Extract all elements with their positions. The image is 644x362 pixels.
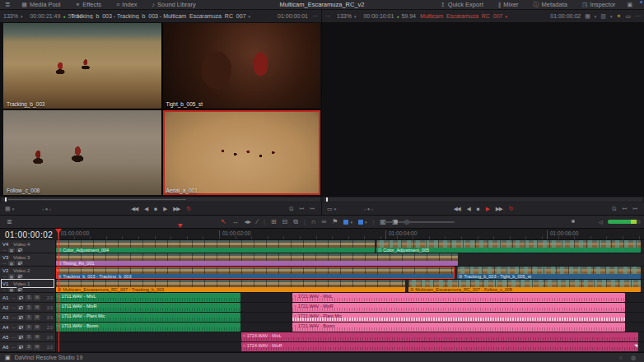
- track-lock-button[interactable]: [16, 287, 23, 292]
- go-to-start-button[interactable]: ◀◀: [454, 206, 460, 212]
- insert-clip-button[interactable]: ⊞: [271, 218, 277, 225]
- program-video-frame[interactable]: [324, 23, 642, 195]
- track-lock-button[interactable]: [17, 305, 24, 310]
- play-button[interactable]: ▶: [486, 206, 489, 212]
- audio-clip[interactable]: ≈1724.WAV - MixL: [241, 332, 638, 341]
- viewer-expand-icon[interactable]: ▭: [625, 13, 631, 20]
- timeline-zoom-slider[interactable]: [384, 221, 455, 223]
- match-frame-icon[interactable]: ⧉: [289, 206, 293, 212]
- timeline-scrub-playhead[interactable]: [326, 197, 328, 202]
- audio-clip[interactable]: ≈1711.WAV - MixL: [56, 293, 240, 302]
- track-lock-button[interactable]: [17, 315, 24, 320]
- clip[interactable]: ⊞Multicam_Escaramuza_RC_007 - Follow_c_0…: [408, 280, 641, 292]
- track-mute-button[interactable]: M: [34, 335, 40, 340]
- track-lane-A3[interactable]: ≈1711.WAV - Plant Mic≈1721.WAV - Plant M…: [56, 313, 644, 322]
- project-manager-icon[interactable]: ◍: [631, 355, 636, 361]
- inspector-button[interactable]: ◳ Inspector: [579, 0, 618, 10]
- audio-clip[interactable]: ≈1721.WAV - MixL: [292, 293, 625, 302]
- audio-level-meter[interactable]: [608, 220, 641, 224]
- loop-button[interactable]: ↻: [186, 206, 189, 212]
- track-solo-button[interactable]: S: [26, 295, 32, 300]
- trim-edit-mode-tool[interactable]: ↔: [232, 218, 239, 225]
- linked-selection-toggle[interactable]: ∞: [322, 218, 327, 225]
- clip[interactable]: ⊞Multicam_Escaramuza_RC_007 - Tracking_b…: [56, 280, 405, 292]
- go-to-start-button[interactable]: ◀◀: [131, 206, 138, 212]
- track-lane-V1[interactable]: ⊞Multicam_Escaramuza_RC_007 - Tracking_b…: [56, 280, 644, 292]
- go-to-end-button[interactable]: ▶▶: [173, 206, 180, 212]
- track-lane-A1[interactable]: ≈1711.WAV - MixL≈1721.WAV - MixL: [56, 293, 644, 302]
- zoom-slider-knob[interactable]: [394, 220, 398, 224]
- audio-clip[interactable]: ≈1721.WAV - MixR: [292, 303, 625, 312]
- audio-clip[interactable]: ≈1711.WAV - MixR: [56, 303, 240, 312]
- mixer-button[interactable]: ∥ Mixer: [495, 0, 522, 10]
- viewer-mode-dropdown[interactable]: ▭ ▾: [322, 206, 341, 212]
- snapping-toggle[interactable]: ∩: [311, 218, 316, 225]
- angle-cell-Tracking_b_003[interactable]: Tracking_b_003: [3, 23, 161, 109]
- timeline-scrub-bar[interactable]: [324, 197, 642, 202]
- go-to-end-button[interactable]: ▶▶: [496, 206, 502, 212]
- audio-clip[interactable]: ≈1724.WAV - MixR◥: [241, 342, 638, 351]
- quick-export-button[interactable]: ↥ Quick Export: [437, 0, 487, 10]
- track-mute-button[interactable]: M: [34, 315, 40, 320]
- angle-cell-Aerial_a_001[interactable]: Aerial_a_001: [163, 110, 321, 196]
- marker-color-dropdown[interactable]: ▾: [358, 220, 367, 225]
- track-header-A4[interactable]: A4—SM2.0: [0, 323, 56, 332]
- track-lane-A6[interactable]: ≈1724.WAV - MixR◥: [56, 342, 644, 351]
- track-header-A6[interactable]: A6—SM2.0: [0, 342, 56, 351]
- track-header-A2[interactable]: A2—SM2.0: [0, 303, 56, 312]
- stop-button[interactable]: ■: [154, 206, 156, 211]
- multicam-view-dropdown[interactable]: ▦ ▾: [0, 206, 19, 212]
- track-lock-button[interactable]: [17, 325, 24, 330]
- clip[interactable]: ⊡Color_Adjustment_004: [56, 240, 375, 253]
- track-lock-button[interactable]: [16, 261, 23, 266]
- angle-cell-Tight_b_005_st[interactable]: Tight_b_005_st: [163, 23, 321, 109]
- angle-cell-Follow_c_008[interactable]: Follow_c_008: [3, 110, 161, 196]
- match-frame-icon[interactable]: ⧉: [612, 206, 616, 212]
- track-lane-V2[interactable]: ⊞Tracking_b_003 - Tracking_b_003⊞Trackin…: [56, 267, 644, 279]
- blade-edit-tool[interactable]: ∕: [257, 218, 258, 225]
- audio-clip[interactable]: ≈1721.WAV - Plant Mic: [292, 313, 625, 322]
- source-zoom-level[interactable]: 133%: [3, 13, 18, 19]
- stop-button[interactable]: ■: [477, 206, 479, 211]
- clip[interactable]: ⊡Timing_Rx_001: [56, 253, 458, 266]
- viewer-gang-icon[interactable]: ▥: [600, 13, 606, 20]
- source-clip-title-dropdown[interactable]: Tracking_b_003 - Tracking_b_003 - Multic…: [71, 13, 250, 19]
- flag-color-dropdown[interactable]: ▾: [343, 220, 352, 225]
- timeline-marker[interactable]: [178, 224, 183, 228]
- track-enable-button[interactable]: ▦: [8, 261, 15, 266]
- viewer-more-options-icon[interactable]: ⋯: [635, 13, 641, 20]
- track-mute-button[interactable]: M: [34, 345, 40, 350]
- secondary-slider-knob[interactable]: [572, 220, 575, 223]
- track-header-V2[interactable]: V2Video 2—▦: [0, 267, 56, 279]
- sound-library-button[interactable]: ♪ Sound Library: [149, 0, 199, 10]
- track-enable-button[interactable]: ▦: [8, 287, 15, 292]
- timeline-zoom-level[interactable]: 133%: [337, 13, 352, 19]
- source-scrub-playhead[interactable]: [5, 197, 7, 202]
- source-scrub-bar[interactable]: [2, 197, 320, 202]
- track-lane-V4[interactable]: ⊡Color_Adjustment_004⊡Color_Adjustment_0…: [56, 240, 644, 253]
- track-mute-button[interactable]: M: [34, 305, 40, 310]
- track-header-V3[interactable]: V3Video 3—▦: [0, 253, 56, 266]
- track-solo-button[interactable]: S: [26, 305, 32, 310]
- timeline-title-dropdown[interactable]: Multicam_Escaramuza_RC_007 ▾: [420, 13, 507, 19]
- play-button[interactable]: ▶: [163, 206, 166, 212]
- overwrite-clip-button[interactable]: ⊟: [282, 218, 288, 225]
- timeline-ruler[interactable]: 01:00:00:0001:00:02:0001:00:04:0001:00:0…: [58, 229, 644, 240]
- audio-clip[interactable]: ≈1721.WAV - Boom: [292, 323, 625, 332]
- workspace-layout-icon[interactable]: ▣: [627, 2, 632, 8]
- clip[interactable]: ⊞Tracking_b_003 - Tracking_b_003: [56, 267, 455, 279]
- playhead[interactable]: [58, 229, 59, 352]
- audio-clip[interactable]: ≈1711.WAV - Boom: [56, 323, 240, 332]
- go-to-out-icon[interactable]: ↦: [632, 206, 637, 212]
- index-button[interactable]: ≡ Index: [113, 0, 140, 10]
- track-header-A1[interactable]: A1—SM2.0: [0, 293, 56, 302]
- track-header-V4[interactable]: V4Video 4—▦: [0, 240, 56, 253]
- track-header-A3[interactable]: A3—SM2.0: [0, 313, 56, 322]
- track-solo-button[interactable]: S: [26, 315, 32, 320]
- flag-button[interactable]: ⚑: [332, 218, 338, 225]
- viewer-fx-icon[interactable]: ✶: [617, 13, 622, 20]
- track-lock-button[interactable]: [16, 248, 23, 253]
- viewer-grid-icon[interactable]: ▦: [585, 13, 590, 20]
- step-back-button[interactable]: ◀: [144, 206, 147, 212]
- jog-control[interactable]: ‹ ● ›: [42, 207, 51, 211]
